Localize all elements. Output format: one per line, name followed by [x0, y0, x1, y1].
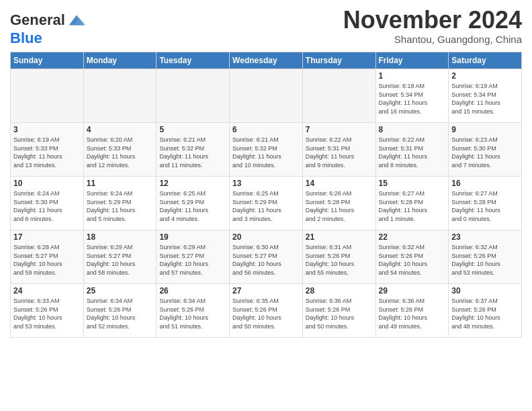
- calendar-day-cell: 3Sunrise: 6:19 AM Sunset: 5:33 PM Daylig…: [11, 123, 84, 177]
- calendar-week-row: 17Sunrise: 6:28 AM Sunset: 5:27 PM Dayli…: [11, 230, 522, 284]
- calendar-table: SundayMondayTuesdayWednesdayThursdayFrid…: [10, 52, 522, 338]
- day-number: 29: [379, 286, 446, 295]
- calendar-day-cell: 11Sunrise: 6:24 AM Sunset: 5:29 PM Dayli…: [83, 177, 157, 230]
- day-info: Sunrise: 6:22 AM Sunset: 5:31 PM Dayligh…: [379, 136, 446, 169]
- calendar-day-cell: [302, 69, 375, 123]
- calendar-day-cell: 29Sunrise: 6:36 AM Sunset: 5:26 PM Dayli…: [375, 284, 449, 338]
- weekday-header: Thursday: [302, 52, 375, 69]
- logo-general: General: [10, 12, 65, 28]
- day-info: Sunrise: 6:26 AM Sunset: 5:28 PM Dayligh…: [306, 189, 373, 223]
- day-number: 24: [13, 286, 81, 295]
- calendar-day-cell: 14Sunrise: 6:26 AM Sunset: 5:28 PM Dayli…: [302, 177, 375, 230]
- day-info: Sunrise: 6:28 AM Sunset: 5:27 PM Dayligh…: [13, 243, 81, 277]
- day-number: 27: [232, 286, 300, 295]
- day-info: Sunrise: 6:31 AM Sunset: 5:26 PM Dayligh…: [306, 243, 373, 277]
- day-number: 2: [451, 71, 519, 81]
- day-number: 22: [379, 232, 446, 242]
- calendar-week-row: 24Sunrise: 6:33 AM Sunset: 5:26 PM Dayli…: [11, 284, 522, 338]
- day-number: 25: [87, 286, 154, 295]
- day-number: 6: [232, 125, 300, 134]
- weekday-header: Friday: [375, 52, 449, 69]
- calendar-day-cell: 18Sunrise: 6:29 AM Sunset: 5:27 PM Dayli…: [83, 230, 157, 284]
- calendar-day-cell: 25Sunrise: 6:34 AM Sunset: 5:26 PM Dayli…: [83, 284, 157, 338]
- calendar-week-row: 1Sunrise: 6:18 AM Sunset: 5:34 PM Daylig…: [11, 69, 522, 123]
- day-info: Sunrise: 6:36 AM Sunset: 5:26 PM Dayligh…: [379, 297, 446, 330]
- day-number: 23: [451, 232, 519, 242]
- calendar-day-cell: 16Sunrise: 6:27 AM Sunset: 5:28 PM Dayli…: [449, 177, 522, 230]
- day-info: Sunrise: 6:37 AM Sunset: 5:26 PM Dayligh…: [451, 297, 519, 330]
- logo-icon: [66, 10, 87, 30]
- day-info: Sunrise: 6:27 AM Sunset: 5:28 PM Dayligh…: [451, 189, 519, 223]
- day-number: 26: [159, 286, 226, 295]
- day-number: 4: [87, 125, 154, 134]
- day-info: Sunrise: 6:33 AM Sunset: 5:26 PM Dayligh…: [13, 297, 81, 330]
- day-info: Sunrise: 6:36 AM Sunset: 5:26 PM Dayligh…: [306, 297, 373, 330]
- day-number: 8: [379, 125, 446, 134]
- day-info: Sunrise: 6:27 AM Sunset: 5:28 PM Dayligh…: [379, 189, 446, 223]
- day-info: Sunrise: 6:25 AM Sunset: 5:29 PM Dayligh…: [232, 189, 300, 223]
- calendar-day-cell: 21Sunrise: 6:31 AM Sunset: 5:26 PM Dayli…: [302, 230, 375, 284]
- day-number: 5: [159, 125, 226, 134]
- logo: General Blue: [10, 10, 87, 46]
- day-number: 11: [87, 179, 154, 188]
- calendar-day-cell: 10Sunrise: 6:24 AM Sunset: 5:30 PM Dayli…: [11, 177, 84, 230]
- calendar-day-cell: 17Sunrise: 6:28 AM Sunset: 5:27 PM Dayli…: [11, 230, 84, 284]
- day-info: Sunrise: 6:30 AM Sunset: 5:27 PM Dayligh…: [232, 243, 300, 277]
- day-info: Sunrise: 6:34 AM Sunset: 5:26 PM Dayligh…: [159, 297, 226, 330]
- day-number: 17: [13, 232, 81, 242]
- page-container: General Blue November 2024 Shantou, Guan…: [0, 0, 532, 345]
- day-number: 20: [232, 232, 300, 242]
- day-info: Sunrise: 6:32 AM Sunset: 5:26 PM Dayligh…: [379, 243, 446, 277]
- calendar-day-cell: [230, 69, 303, 123]
- calendar-day-cell: 8Sunrise: 6:22 AM Sunset: 5:31 PM Daylig…: [375, 123, 449, 177]
- day-info: Sunrise: 6:21 AM Sunset: 5:32 PM Dayligh…: [232, 136, 300, 169]
- day-number: 28: [306, 286, 373, 295]
- day-info: Sunrise: 6:24 AM Sunset: 5:29 PM Dayligh…: [87, 189, 154, 223]
- calendar-day-cell: [157, 69, 230, 123]
- title-section: November 2024 Shantou, Guangdong, China: [343, 7, 522, 45]
- day-info: Sunrise: 6:32 AM Sunset: 5:26 PM Dayligh…: [451, 243, 519, 277]
- day-number: 13: [232, 179, 300, 188]
- calendar-day-cell: 13Sunrise: 6:25 AM Sunset: 5:29 PM Dayli…: [230, 177, 303, 230]
- day-number: 19: [159, 232, 226, 242]
- day-number: 12: [159, 179, 226, 188]
- day-info: Sunrise: 6:19 AM Sunset: 5:34 PM Dayligh…: [451, 82, 519, 116]
- weekday-header: Monday: [83, 52, 157, 69]
- day-info: Sunrise: 6:18 AM Sunset: 5:34 PM Dayligh…: [379, 82, 446, 116]
- calendar-day-cell: 4Sunrise: 6:20 AM Sunset: 5:33 PM Daylig…: [83, 123, 157, 177]
- day-number: 3: [13, 125, 81, 134]
- calendar-day-cell: 22Sunrise: 6:32 AM Sunset: 5:26 PM Dayli…: [375, 230, 449, 284]
- weekday-header: Sunday: [11, 52, 84, 69]
- day-info: Sunrise: 6:35 AM Sunset: 5:26 PM Dayligh…: [232, 297, 300, 330]
- day-number: 30: [451, 286, 519, 295]
- day-number: 15: [379, 179, 446, 188]
- calendar-day-cell: 9Sunrise: 6:23 AM Sunset: 5:30 PM Daylig…: [449, 123, 522, 177]
- weekday-header: Saturday: [449, 52, 522, 69]
- month-title: November 2024: [343, 7, 522, 34]
- day-number: 7: [306, 125, 373, 134]
- day-info: Sunrise: 6:34 AM Sunset: 5:26 PM Dayligh…: [87, 297, 154, 330]
- day-number: 10: [13, 179, 81, 188]
- day-info: Sunrise: 6:25 AM Sunset: 5:29 PM Dayligh…: [159, 189, 226, 223]
- calendar-day-cell: 7Sunrise: 6:22 AM Sunset: 5:31 PM Daylig…: [302, 123, 375, 177]
- calendar-day-cell: 27Sunrise: 6:35 AM Sunset: 5:26 PM Dayli…: [230, 284, 303, 338]
- day-number: 18: [87, 232, 154, 242]
- day-info: Sunrise: 6:24 AM Sunset: 5:30 PM Dayligh…: [13, 189, 81, 223]
- day-info: Sunrise: 6:21 AM Sunset: 5:32 PM Dayligh…: [159, 136, 226, 169]
- calendar-day-cell: 28Sunrise: 6:36 AM Sunset: 5:26 PM Dayli…: [302, 284, 375, 338]
- calendar-day-cell: 12Sunrise: 6:25 AM Sunset: 5:29 PM Dayli…: [157, 177, 230, 230]
- calendar-day-cell: 30Sunrise: 6:37 AM Sunset: 5:26 PM Dayli…: [449, 284, 522, 338]
- day-number: 21: [306, 232, 373, 242]
- calendar-day-cell: 1Sunrise: 6:18 AM Sunset: 5:34 PM Daylig…: [375, 69, 449, 123]
- logo-blue: Blue: [10, 30, 87, 46]
- weekday-header: Wednesday: [230, 52, 303, 69]
- day-info: Sunrise: 6:19 AM Sunset: 5:33 PM Dayligh…: [13, 136, 81, 169]
- day-info: Sunrise: 6:29 AM Sunset: 5:27 PM Dayligh…: [87, 243, 154, 277]
- calendar-day-cell: 26Sunrise: 6:34 AM Sunset: 5:26 PM Dayli…: [157, 284, 230, 338]
- day-info: Sunrise: 6:22 AM Sunset: 5:31 PM Dayligh…: [306, 136, 373, 169]
- calendar-day-cell: 23Sunrise: 6:32 AM Sunset: 5:26 PM Dayli…: [449, 230, 522, 284]
- calendar-week-row: 10Sunrise: 6:24 AM Sunset: 5:30 PM Dayli…: [11, 177, 522, 230]
- calendar-day-cell: 6Sunrise: 6:21 AM Sunset: 5:32 PM Daylig…: [230, 123, 303, 177]
- header: General Blue November 2024 Shantou, Guan…: [10, 7, 522, 46]
- day-number: 16: [451, 179, 519, 188]
